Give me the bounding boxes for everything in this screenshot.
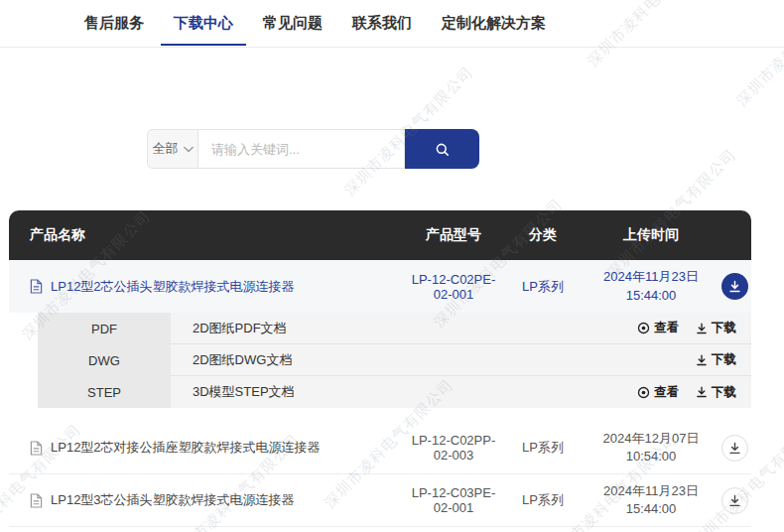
document-icon — [30, 279, 43, 294]
upload-date: 2024年11月23日 — [585, 482, 718, 500]
product-model: LP-12-C03PE-02-001 — [406, 485, 501, 515]
table-row[interactable]: LP12型3芯公插头塑胶款焊接式电源连接器 LP-12-C03PE-02-001… — [9, 474, 751, 527]
attachment-description: 2D图纸DWG文档 — [193, 351, 292, 369]
upload-date: 2024年12月07日 — [585, 430, 718, 448]
view-link[interactable]: 查看 — [637, 384, 679, 401]
search-button[interactable] — [405, 129, 479, 169]
upload-time: 15:44:00 — [585, 500, 718, 518]
downloads-table: 产品名称 产品型号 分类 上传时间 LP12型2芯公插头塑胶款焊接式电源连接器 … — [9, 210, 751, 527]
download-icon — [696, 323, 708, 334]
download-icon — [696, 354, 708, 366]
attachment-panel: PDF 2D图纸PDF文档 查看 — [38, 313, 751, 408]
download-link[interactable]: 下载 — [696, 351, 736, 368]
nav-item-download-center[interactable]: 下载中心 — [159, 0, 248, 47]
download-icon — [728, 494, 741, 507]
nav-item-custom-solutions[interactable]: 定制化解决方案 — [427, 0, 561, 47]
product-category: LP系列 — [501, 278, 585, 296]
nav-item-faq[interactable]: 常见问题 — [248, 0, 337, 47]
download-button[interactable] — [721, 487, 748, 514]
view-link[interactable]: 查看 — [637, 320, 679, 336]
eye-icon — [637, 386, 650, 399]
product-name: LP12型3芯公插头塑胶款焊接式电源连接器 — [51, 491, 295, 509]
download-button[interactable] — [721, 435, 748, 462]
download-center-page: 售后服务 下载中心 常见问题 联系我们 定制化解决方案 全部 产品名称 产品型号… — [0, 0, 784, 532]
nav-item-contact-us[interactable]: 联系我们 — [337, 0, 427, 47]
attachment-format: STEP — [38, 376, 171, 408]
attachment-description: 3D模型STEP文档 — [193, 383, 295, 401]
search-icon — [434, 141, 451, 158]
top-nav: 售后服务 下载中心 常见问题 联系我们 定制化解决方案 — [0, 0, 784, 48]
nav-item-after-sales[interactable]: 售后服务 — [69, 0, 159, 47]
header-product-model: 产品型号 — [406, 226, 501, 244]
download-button[interactable] — [721, 273, 748, 300]
download-icon — [696, 386, 708, 398]
eye-icon — [637, 322, 650, 334]
product-name: LP12型2芯公插头塑胶款焊接式电源连接器 — [51, 278, 295, 296]
table-row[interactable]: LP12型2芯公插头塑胶款焊接式电源连接器 LP-12-C02PE-02-001… — [9, 260, 751, 313]
product-model: LP-12-C02PP-02-003 — [406, 433, 501, 463]
table-header: 产品名称 产品型号 分类 上传时间 — [9, 210, 751, 260]
upload-time: 15:44:00 — [585, 287, 718, 305]
product-name: LP12型2芯对接公插座塑胶款焊接式电源连接器 — [51, 439, 321, 457]
attachment-format: DWG — [38, 344, 171, 376]
download-link[interactable]: 下载 — [696, 320, 736, 336]
search-input[interactable] — [198, 129, 405, 169]
download-icon — [728, 280, 741, 293]
chevron-down-icon — [184, 146, 194, 153]
attachment-format: PDF — [38, 313, 171, 344]
search-bar: 全部 — [147, 129, 479, 169]
attachment-row-pdf: PDF 2D图纸PDF文档 查看 — [38, 313, 751, 344]
product-model: LP-12-C02PE-02-001 — [406, 272, 501, 302]
product-category: LP系列 — [501, 491, 585, 509]
upload-time: 10:54:00 — [585, 448, 718, 466]
attachment-row-step: STEP 3D模型STEP文档 查看 — [38, 376, 751, 408]
table-row[interactable]: LP12型2芯对接公插座塑胶款焊接式电源连接器 LP-12-C02PP-02-0… — [9, 422, 751, 474]
product-category: LP系列 — [501, 439, 585, 457]
download-link[interactable]: 下载 — [696, 384, 736, 401]
upload-date: 2024年11月23日 — [585, 268, 718, 286]
header-category: 分类 — [501, 226, 585, 244]
attachment-row-dwg: DWG 2D图纸DWG文档 下载 — [38, 344, 751, 376]
category-select[interactable]: 全部 — [147, 129, 198, 169]
document-icon — [30, 441, 43, 456]
attachment-description: 2D图纸PDF文档 — [193, 320, 287, 337]
document-icon — [30, 493, 43, 508]
header-product-name: 产品名称 — [9, 226, 406, 244]
header-upload-time: 上传时间 — [585, 225, 718, 245]
download-icon — [728, 442, 741, 455]
category-selected-value: 全部 — [153, 140, 179, 158]
